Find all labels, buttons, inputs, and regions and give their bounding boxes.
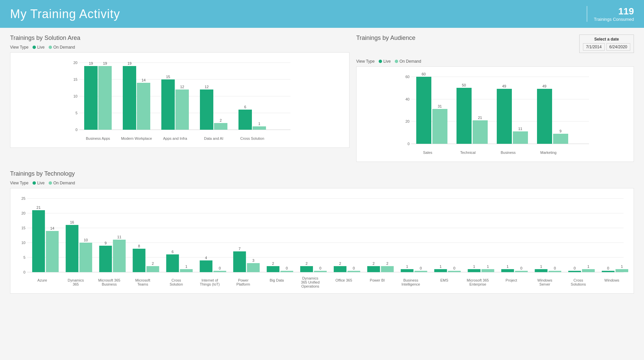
- svg-text:0: 0: [23, 270, 25, 274]
- solution-area-title: Trainings by Solution Area: [10, 35, 350, 42]
- svg-text:0: 0: [408, 142, 410, 146]
- audience-live-dot: [379, 60, 382, 63]
- technology-view-type-label: View Type: [10, 181, 29, 185]
- svg-rect-53: [497, 89, 512, 144]
- svg-text:Platform: Platform: [236, 282, 250, 286]
- svg-text:2: 2: [272, 261, 274, 265]
- date-to-field[interactable]: 6/24/2020: [606, 43, 630, 51]
- svg-text:8: 8: [138, 244, 140, 248]
- audience-section: Trainings by Audience Select a date 7/1/…: [356, 35, 634, 162]
- svg-text:15: 15: [21, 226, 25, 230]
- technology-live-dot: [33, 181, 36, 185]
- svg-rect-32: [253, 126, 266, 130]
- svg-text:Microsoft 365: Microsoft 365: [467, 278, 489, 282]
- svg-text:20: 20: [21, 211, 25, 215]
- svg-rect-98: [166, 254, 179, 272]
- technology-title: Trainings by Technology: [10, 170, 634, 177]
- solution-area-svg: 0 5 10 15 20 19 19 Business Apps: [14, 56, 346, 146]
- svg-text:7: 7: [238, 247, 240, 251]
- svg-text:5: 5: [75, 111, 77, 115]
- svg-rect-149: [468, 269, 481, 272]
- svg-rect-10: [84, 66, 98, 130]
- svg-text:2: 2: [220, 118, 222, 122]
- svg-text:Modern Workplace: Modern Workplace: [121, 136, 152, 140]
- live-dot: [33, 46, 36, 49]
- svg-text:4: 4: [205, 256, 207, 260]
- audience-header-row: Trainings by Audience Select a date 7/1/…: [356, 35, 634, 56]
- solution-area-legend: View Type Live On Demand: [10, 45, 350, 50]
- audience-demand-dot: [395, 60, 398, 63]
- audience-view-type-label: View Type: [356, 59, 375, 64]
- svg-rect-116: [267, 266, 279, 272]
- svg-text:1: 1: [587, 264, 589, 268]
- svg-text:15: 15: [73, 77, 77, 81]
- svg-rect-157: [515, 271, 528, 272]
- svg-rect-20: [161, 79, 175, 130]
- svg-rect-168: [582, 269, 595, 272]
- date-selector[interactable]: Select a date 7/1/2014 6/24/2020: [579, 35, 634, 53]
- svg-rect-133: [367, 266, 380, 272]
- svg-text:Server: Server: [539, 282, 550, 286]
- svg-text:1: 1: [506, 264, 508, 268]
- svg-text:0: 0: [574, 266, 576, 270]
- main-content: Trainings by Solution Area View Type Liv…: [0, 28, 644, 300]
- svg-text:2: 2: [152, 261, 154, 265]
- svg-text:11: 11: [518, 127, 522, 131]
- svg-text:Project: Project: [505, 278, 517, 282]
- svg-text:Dynamics: Dynamics: [68, 278, 84, 282]
- svg-text:40: 40: [406, 97, 410, 101]
- svg-text:1: 1: [487, 264, 489, 268]
- svg-rect-55: [513, 131, 528, 144]
- svg-text:9: 9: [105, 241, 107, 245]
- svg-text:Big Data: Big Data: [270, 278, 284, 282]
- technology-demand-label: On Demand: [53, 181, 75, 185]
- svg-text:0: 0: [286, 266, 288, 270]
- svg-text:0: 0: [520, 266, 522, 270]
- svg-rect-25: [200, 89, 213, 130]
- svg-text:Microsoft: Microsoft: [135, 278, 150, 282]
- svg-text:0: 0: [607, 266, 609, 270]
- svg-text:Internet of: Internet of: [202, 278, 218, 282]
- svg-text:Windows: Windows: [537, 278, 552, 282]
- svg-rect-17: [137, 83, 150, 130]
- svg-text:11: 11: [117, 235, 121, 239]
- svg-text:9: 9: [559, 129, 561, 133]
- svg-text:6: 6: [244, 105, 246, 109]
- svg-text:19: 19: [103, 61, 107, 65]
- svg-text:1: 1: [185, 264, 187, 268]
- svg-text:2: 2: [386, 261, 388, 265]
- svg-rect-15: [123, 66, 136, 130]
- svg-text:Solution: Solution: [170, 282, 183, 286]
- svg-text:Data and AI: Data and AI: [204, 136, 223, 140]
- svg-text:365 Unified: 365 Unified: [301, 280, 320, 284]
- svg-rect-27: [214, 123, 227, 130]
- technology-demand-dot: [49, 181, 52, 185]
- svg-text:Enterprise: Enterprise: [469, 282, 486, 286]
- svg-text:15: 15: [166, 75, 170, 79]
- svg-rect-140: [415, 271, 427, 272]
- date-fields: 7/1/2014 6/24/2020: [583, 43, 630, 51]
- trainings-label: Trainings Consumed: [594, 17, 634, 22]
- technology-section: Trainings by Technology View Type Live O…: [10, 170, 634, 294]
- svg-text:10: 10: [21, 241, 25, 245]
- svg-text:Cross: Cross: [171, 278, 181, 282]
- svg-text:10: 10: [73, 94, 77, 98]
- page-header: My Training Activity 119 Trainings Consu…: [0, 0, 644, 28]
- svg-text:0: 0: [219, 266, 221, 270]
- audience-legend: View Type Live On Demand: [356, 59, 634, 64]
- audience-demand-label: On Demand: [399, 59, 421, 64]
- svg-rect-80: [66, 225, 78, 272]
- date-selector-title: Select a date: [583, 37, 630, 42]
- svg-text:50: 50: [462, 83, 466, 87]
- svg-text:Sales: Sales: [423, 151, 432, 155]
- svg-text:19: 19: [127, 61, 131, 65]
- svg-rect-128: [334, 266, 346, 272]
- svg-text:0: 0: [453, 266, 455, 270]
- svg-text:Business: Business: [403, 278, 418, 282]
- date-from-field[interactable]: 7/1/2014: [583, 43, 605, 51]
- svg-rect-60: [553, 134, 568, 144]
- svg-rect-100: [180, 269, 193, 272]
- svg-text:12: 12: [205, 85, 209, 89]
- solution-area-chart: 0 5 10 15 20 19 19 Business Apps: [10, 52, 350, 148]
- svg-rect-118: [280, 271, 293, 272]
